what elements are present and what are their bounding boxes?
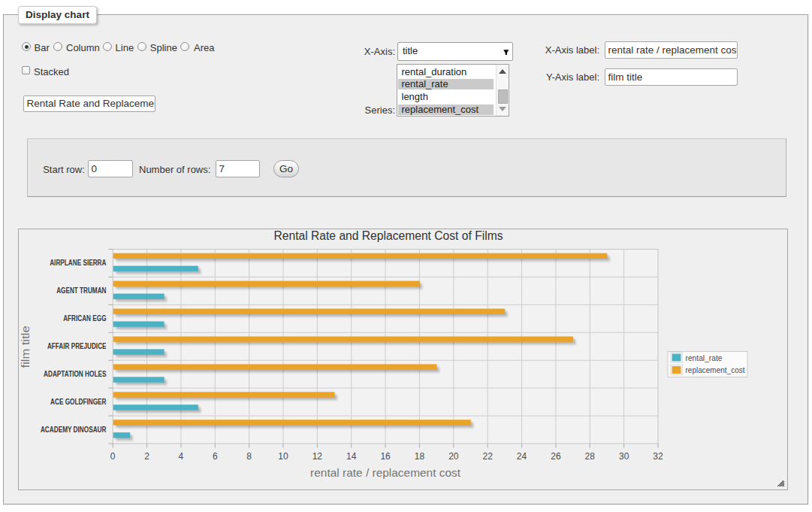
svg-text:ACE GOLDFINGER: ACE GOLDFINGER [50,398,107,406]
svg-text:Rental Rate and Replacement Co: Rental Rate and Replacement Cost of Film… [274,229,503,242]
svg-text:AGENT TRUMAN: AGENT TRUMAN [56,286,106,295]
svg-text:16: 16 [380,451,391,462]
svg-text:rental_rate: rental_rate [686,354,723,362]
svg-text:0: 0 [110,451,116,462]
svg-text:20: 20 [448,451,459,462]
svg-text:AIRPLANE SIERRA: AIRPLANE SIERRA [50,259,106,267]
svg-text:10: 10 [278,451,288,462]
svg-text:AFRICAN EGG: AFRICAN EGG [63,314,106,323]
svg-text:24: 24 [517,451,527,462]
svg-text:AFFAIR PREJUDICE: AFFAIR PREJUDICE [47,342,107,350]
svg-text:12: 12 [312,451,323,462]
svg-text:30: 30 [619,451,629,462]
svg-text:8: 8 [246,451,252,462]
svg-text:ACADEMY DINOSAUR: ACADEMY DINOSAUR [41,426,107,434]
svg-text:2: 2 [144,451,149,462]
svg-text:22: 22 [483,451,494,462]
svg-text:4: 4 [179,451,184,462]
svg-text:film title: film title [19,326,32,368]
svg-text:ADAPTATION HOLES: ADAPTATION HOLES [44,370,107,378]
svg-text:28: 28 [585,451,596,462]
svg-text:replacement_cost: replacement_cost [686,366,745,374]
svg-text:18: 18 [415,451,425,462]
svg-text:32: 32 [653,451,663,462]
svg-text:rental rate / replacement cost: rental rate / replacement cost [310,466,461,479]
svg-text:6: 6 [213,451,218,462]
svg-text:14: 14 [346,451,357,462]
svg-text:26: 26 [551,451,561,462]
